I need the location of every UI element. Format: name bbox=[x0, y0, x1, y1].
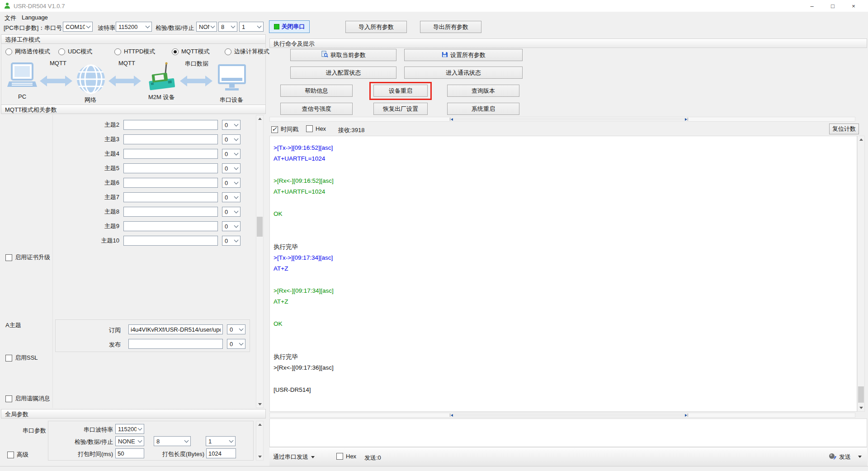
send-hex-checkbox[interactable]: Hex bbox=[336, 453, 356, 460]
global-parity-select[interactable]: NONE bbox=[115, 436, 144, 446]
export-params-button[interactable]: 导出所有参数 bbox=[420, 21, 481, 33]
system-restart-button[interactable]: 系统重启 bbox=[447, 103, 519, 115]
scroll-right-icon[interactable] bbox=[685, 118, 687, 121]
global-panel-scrollbar[interactable] bbox=[256, 421, 264, 461]
topic-10-input[interactable] bbox=[123, 236, 218, 246]
topic-4-qos-select[interactable]: 0 bbox=[222, 149, 241, 159]
publish-topic-input[interactable] bbox=[128, 339, 223, 349]
diagram-link3-label: 串口数据 bbox=[185, 60, 208, 68]
scrollbar-thumb[interactable] bbox=[450, 414, 688, 417]
scrollbar-thumb[interactable] bbox=[450, 118, 688, 121]
scroll-up-icon[interactable] bbox=[256, 421, 263, 428]
chevron-down-icon bbox=[234, 223, 239, 228]
com-port-select[interactable]: COM10 bbox=[63, 22, 93, 32]
scrollbar-thumb[interactable] bbox=[858, 386, 864, 403]
log-hex-checkbox[interactable]: Hex bbox=[306, 125, 326, 132]
close-port-button[interactable]: 关闭串口 bbox=[269, 20, 310, 33]
cert-upgrade-checkbox[interactable]: 启用证书升级 bbox=[5, 253, 50, 262]
will-message-checkbox[interactable]: 启用遗嘱消息 bbox=[5, 395, 50, 403]
topic-8-input[interactable] bbox=[123, 207, 218, 217]
app-window: { "window": { "title": "USR-DR504 V1.0.7… bbox=[0, 0, 868, 471]
log-line bbox=[274, 307, 857, 318]
diagram-link2-label: MQTT bbox=[118, 60, 135, 67]
scroll-down-icon[interactable] bbox=[256, 401, 263, 408]
topic-10-qos-select[interactable]: 0 bbox=[222, 236, 241, 246]
log-area[interactable]: >[Tx->][09:16:52][asc]AT+UARTFL=1024>[Rx… bbox=[269, 136, 857, 412]
publish-qos-select[interactable]: 0 bbox=[227, 339, 245, 349]
radio-httpd-mode[interactable]: HTTPD模式 bbox=[114, 48, 155, 56]
topic-5-input[interactable] bbox=[123, 163, 218, 173]
scroll-left-icon[interactable] bbox=[451, 118, 453, 121]
global-databits-select[interactable]: 8 bbox=[154, 436, 191, 446]
topic-label: 主题7 bbox=[59, 193, 123, 201]
topic-2-qos-select[interactable]: 0 bbox=[222, 120, 241, 130]
advanced-checkbox[interactable]: 高级 bbox=[7, 451, 28, 459]
mqtt-panel-scrollbar[interactable] bbox=[256, 115, 264, 408]
log-h-scrollbar-bottom[interactable] bbox=[269, 413, 855, 418]
reset-count-button[interactable]: 复位计数 bbox=[829, 124, 859, 134]
global-baud-select[interactable]: 115200 bbox=[115, 424, 144, 434]
query-version-button[interactable]: 查询版本 bbox=[447, 85, 519, 97]
enter-comm-button[interactable]: 进入通讯状态 bbox=[404, 67, 523, 79]
mqtt-arrow-left-icon bbox=[40, 75, 72, 89]
log-line: AT+Z bbox=[274, 296, 857, 307]
topic-9-input[interactable] bbox=[123, 221, 218, 231]
close-button[interactable]: × bbox=[846, 0, 861, 12]
radio-mqtt-mode[interactable]: MQTT模式 bbox=[172, 48, 210, 56]
factory-reset-button[interactable]: 恢复出厂设置 bbox=[373, 103, 428, 115]
scroll-down-icon[interactable] bbox=[256, 453, 263, 460]
baud-select[interactable]: 115200 bbox=[116, 22, 152, 32]
scroll-up-icon[interactable] bbox=[858, 136, 864, 143]
radio-edge-mode[interactable]: 边缘计算模式 bbox=[225, 48, 269, 56]
radio-transparent-mode[interactable]: 网络透传模式 bbox=[5, 48, 50, 56]
scrollbar-thumb[interactable] bbox=[257, 217, 263, 237]
topic-3-input[interactable] bbox=[123, 134, 218, 144]
diagram-m2m-label: M2M 设备 bbox=[148, 93, 175, 101]
scroll-up-icon[interactable] bbox=[256, 115, 263, 122]
menu-item-language[interactable]: Language bbox=[20, 13, 50, 22]
parity-select[interactable]: NONI bbox=[196, 22, 217, 32]
topic-4-input[interactable] bbox=[123, 149, 218, 159]
radio-udc-mode[interactable]: UDC模式 bbox=[58, 48, 92, 56]
databits-select[interactable]: 8 bbox=[218, 22, 237, 32]
stopbits-select[interactable]: 1 bbox=[239, 22, 264, 32]
timestamp-checkbox[interactable]: 时间戳 bbox=[271, 125, 298, 133]
scroll-right-icon[interactable] bbox=[685, 414, 687, 417]
pack-time-input[interactable] bbox=[115, 448, 144, 458]
global-baud-label: 串口波特率 bbox=[63, 426, 113, 434]
send-input-area[interactable] bbox=[269, 419, 867, 447]
log-h-scrollbar-top[interactable] bbox=[269, 117, 855, 122]
subscribe-topic-input[interactable] bbox=[128, 324, 223, 334]
topic-3-qos-select[interactable]: 0 bbox=[222, 134, 241, 144]
signal-strength-button[interactable]: 查信号强度 bbox=[280, 103, 353, 115]
topic-6-input[interactable] bbox=[123, 178, 218, 188]
subscribe-qos-select[interactable]: 0 bbox=[227, 324, 245, 334]
topic-8-qos-select[interactable]: 0 bbox=[222, 207, 241, 217]
topic-9-qos-select[interactable]: 0 bbox=[222, 221, 241, 231]
pack-length-input[interactable] bbox=[206, 448, 236, 458]
send-via-serial-dropdown[interactable]: 通过串口发送 bbox=[273, 453, 315, 461]
send-button[interactable]: 发送 bbox=[828, 452, 862, 461]
ssl-checkbox[interactable]: 启用SSL bbox=[5, 354, 38, 362]
global-stopbits-select[interactable]: 1 bbox=[206, 436, 236, 446]
log-line bbox=[274, 230, 857, 241]
topic-7-input[interactable] bbox=[123, 192, 218, 202]
get-params-button[interactable]: 获取当前参数 bbox=[290, 49, 396, 61]
topic-6-qos-select[interactable]: 0 bbox=[222, 178, 241, 188]
topic-2-input[interactable] bbox=[123, 120, 218, 130]
log-line: >[Rx<-][09:17:36][asc] bbox=[274, 362, 857, 373]
a-topic-label: A主题 bbox=[5, 321, 21, 329]
log-v-scrollbar[interactable] bbox=[857, 136, 865, 412]
scroll-down-icon[interactable] bbox=[858, 404, 864, 411]
import-params-button[interactable]: 导入所有参数 bbox=[345, 21, 407, 33]
help-button[interactable]: 帮助信息 bbox=[280, 85, 353, 97]
minimize-button[interactable]: – bbox=[804, 0, 820, 12]
enter-config-button[interactable]: 进入配置状态 bbox=[290, 67, 396, 79]
topic-5-qos-select[interactable]: 0 bbox=[222, 163, 241, 173]
menu-item-file[interactable]: 文件 bbox=[3, 13, 18, 23]
topic-7-qos-select[interactable]: 0 bbox=[222, 192, 241, 202]
mqtt-arrow-right-icon bbox=[108, 75, 141, 89]
scroll-left-icon[interactable] bbox=[451, 414, 453, 417]
set-params-button[interactable]: 设置所有参数 bbox=[404, 49, 523, 61]
maximize-button[interactable]: □ bbox=[825, 0, 840, 12]
